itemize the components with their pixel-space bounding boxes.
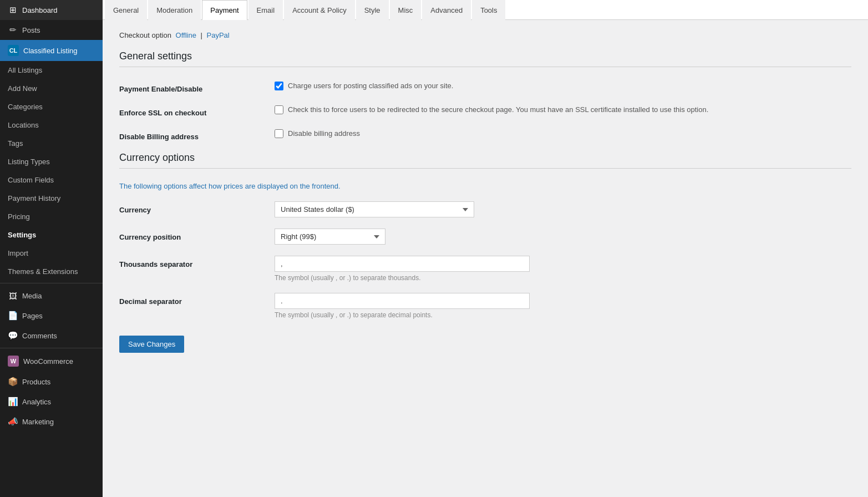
sidebar-item-label: Pages bbox=[22, 312, 43, 320]
sidebar-item-all-listings[interactable]: All Listings bbox=[0, 61, 103, 79]
payment-enable-label: Payment Enable/Disable bbox=[119, 80, 275, 93]
tab-misc[interactable]: Misc bbox=[390, 0, 422, 20]
main-content: General Moderation Payment Email Account… bbox=[103, 0, 868, 497]
tab-account-policy[interactable]: Account & Policy bbox=[284, 0, 355, 20]
sidebar-item-locations[interactable]: Locations bbox=[0, 116, 103, 134]
enforce-ssl-label: Enforce SSL on checkout bbox=[119, 104, 275, 117]
disable-billing-checkbox[interactable] bbox=[275, 129, 283, 138]
sidebar-item-label: Products bbox=[22, 378, 50, 386]
sidebar-item-label: Media bbox=[22, 292, 42, 300]
disable-billing-checkbox-label: Disable billing address bbox=[288, 128, 360, 139]
thousands-separator-row: Thousands separator The symbol (usually … bbox=[119, 256, 851, 282]
decimal-separator-value: The symbol (usually , or .) to separate … bbox=[275, 293, 851, 319]
currency-row: Currency United States dollar ($) Euro (… bbox=[119, 201, 851, 217]
currency-value: United States dollar ($) Euro (€) Britis… bbox=[275, 201, 851, 217]
disable-billing-row: Disable Billing address Disable billing … bbox=[119, 128, 851, 141]
payment-enable-row: Payment Enable/Disable Charge users for … bbox=[119, 80, 851, 93]
sidebar-item-woocommerce[interactable]: W WooCommerce bbox=[0, 351, 103, 372]
sidebar-item-add-new[interactable]: Add New bbox=[0, 79, 103, 98]
decimal-separator-label: Decimal separator bbox=[119, 293, 275, 306]
classified-listing-icon: CL bbox=[8, 45, 19, 56]
decimal-separator-input[interactable] bbox=[275, 293, 530, 309]
analytics-icon: 📊 bbox=[8, 397, 18, 407]
media-icon: 🖼 bbox=[8, 291, 18, 301]
sidebar-item-label: WooCommerce bbox=[23, 357, 73, 366]
sidebar-sub-label: Locations bbox=[8, 121, 39, 129]
currency-position-value: Left ($99) Right (99$) Left with space (… bbox=[275, 229, 851, 245]
sidebar-sub-label: Payment History bbox=[8, 194, 60, 202]
currency-position-row: Currency position Left ($99) Right (99$)… bbox=[119, 229, 851, 245]
enforce-ssl-value: Check this to force users to be redirect… bbox=[275, 104, 851, 115]
marketing-icon: 📣 bbox=[8, 417, 18, 427]
currency-position-label: Currency position bbox=[119, 229, 275, 241]
checkout-paypal-link[interactable]: PayPal bbox=[207, 31, 230, 39]
sidebar-item-pages[interactable]: 📄 Pages bbox=[0, 306, 103, 326]
posts-icon: ✏ bbox=[8, 25, 18, 35]
currency-options-title: Currency options bbox=[119, 152, 851, 164]
currency-select[interactable]: United States dollar ($) Euro (€) Britis… bbox=[275, 201, 474, 217]
general-settings-divider bbox=[119, 67, 851, 67]
woocommerce-icon: W bbox=[8, 356, 19, 367]
currency-options-note: The following options affect how prices … bbox=[119, 182, 851, 190]
sidebar-item-comments[interactable]: 💬 Comments bbox=[0, 326, 103, 346]
thousands-separator-value: The symbol (usually , or .) to separate … bbox=[275, 256, 851, 282]
sidebar-item-label: Comments bbox=[22, 332, 57, 340]
sidebar-item-label: Marketing bbox=[22, 418, 54, 426]
thousands-separator-input[interactable] bbox=[275, 256, 530, 272]
thousands-separator-hint: The symbol (usually , or .) to separate … bbox=[275, 274, 851, 282]
sidebar: ⊞ Dashboard ✏ Posts CL Classified Listin… bbox=[0, 0, 103, 497]
sidebar-item-listing-types[interactable]: Listing Types bbox=[0, 153, 103, 171]
sidebar-item-label: Dashboard bbox=[22, 6, 58, 14]
sidebar-item-categories[interactable]: Categories bbox=[0, 98, 103, 116]
save-changes-button[interactable]: Save Changes bbox=[119, 336, 184, 353]
sidebar-item-analytics[interactable]: 📊 Analytics bbox=[0, 392, 103, 412]
payment-enable-checkbox-row: Charge users for posting classified ads … bbox=[275, 80, 851, 92]
payment-enable-checkbox[interactable] bbox=[275, 82, 283, 90]
tab-style[interactable]: Style bbox=[356, 0, 389, 20]
sidebar-sub-label: Import bbox=[8, 249, 28, 257]
sidebar-item-label: Analytics bbox=[22, 398, 51, 406]
general-settings-title: General settings bbox=[119, 50, 851, 62]
sidebar-item-marketing[interactable]: 📣 Marketing bbox=[0, 412, 103, 432]
sidebar-sub-label: Add New bbox=[8, 84, 37, 93]
tab-general[interactable]: General bbox=[105, 0, 147, 20]
disable-billing-checkbox-row: Disable billing address bbox=[275, 128, 851, 139]
sidebar-item-media[interactable]: 🖼 Media bbox=[0, 286, 103, 306]
enforce-ssl-checkbox-label: Check this to force users to be redirect… bbox=[288, 104, 708, 115]
sidebar-item-settings[interactable]: Settings bbox=[0, 226, 103, 244]
tab-email[interactable]: Email bbox=[248, 0, 283, 20]
decimal-separator-row: Decimal separator The symbol (usually , … bbox=[119, 293, 851, 319]
sidebar-item-products[interactable]: 📦 Products bbox=[0, 372, 103, 392]
sidebar-item-custom-fields[interactable]: Custom Fields bbox=[0, 171, 103, 189]
checkout-offline-link[interactable]: Offline bbox=[176, 31, 196, 39]
sidebar-item-payment-history[interactable]: Payment History bbox=[0, 189, 103, 207]
checkout-option-label: Checkout option bbox=[119, 31, 171, 39]
enforce-ssl-checkbox[interactable] bbox=[275, 105, 283, 114]
tab-tools[interactable]: Tools bbox=[472, 0, 505, 20]
sidebar-item-tags[interactable]: Tags bbox=[0, 134, 103, 153]
thousands-separator-label: Thousands separator bbox=[119, 256, 275, 268]
tabs-bar: General Moderation Payment Email Account… bbox=[103, 0, 868, 20]
enforce-ssl-row: Enforce SSL on checkout Check this to fo… bbox=[119, 104, 851, 117]
tab-advanced[interactable]: Advanced bbox=[422, 0, 471, 20]
sidebar-item-label: Posts bbox=[22, 26, 40, 34]
sidebar-sub-label: Categories bbox=[8, 103, 43, 111]
tab-moderation[interactable]: Moderation bbox=[148, 0, 201, 20]
sidebar-sub-label: Listing Types bbox=[8, 158, 50, 166]
currency-position-select[interactable]: Left ($99) Right (99$) Left with space (… bbox=[275, 229, 385, 245]
sidebar-sub-label: Custom Fields bbox=[8, 176, 54, 184]
sidebar-sub-label: Themes & Extensions bbox=[8, 267, 78, 276]
comments-icon: 💬 bbox=[8, 331, 18, 341]
sidebar-item-posts[interactable]: ✏ Posts bbox=[0, 20, 103, 40]
dashboard-icon: ⊞ bbox=[8, 5, 18, 15]
sidebar-item-themes-extensions[interactable]: Themes & Extensions bbox=[0, 262, 103, 281]
sidebar-item-dashboard[interactable]: ⊞ Dashboard bbox=[0, 0, 103, 20]
sidebar-item-classified-listing[interactable]: CL Classified Listing bbox=[0, 40, 103, 61]
sidebar-item-pricing[interactable]: Pricing bbox=[0, 207, 103, 226]
sidebar-sub-label: Tags bbox=[8, 139, 23, 148]
tab-payment[interactable]: Payment bbox=[202, 0, 247, 20]
checkout-option-row: Checkout option Offline | PayPal bbox=[119, 31, 851, 39]
currency-label: Currency bbox=[119, 201, 275, 214]
sidebar-item-import[interactable]: Import bbox=[0, 244, 103, 262]
enforce-ssl-checkbox-row: Check this to force users to be redirect… bbox=[275, 104, 851, 115]
